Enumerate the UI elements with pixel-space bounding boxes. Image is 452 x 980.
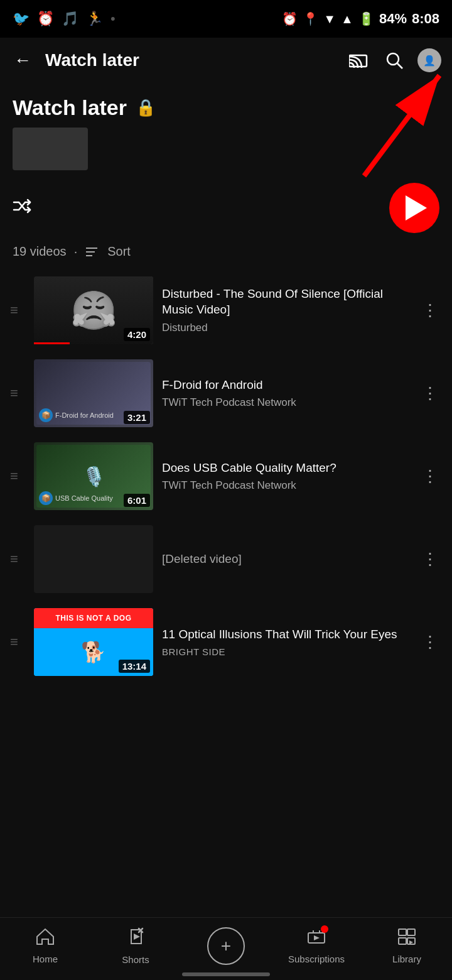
deleted-video-thumbnail [34,525,153,593]
more-options-button[interactable]: ⋮ [418,380,442,407]
video-info: [Deleted video] [162,552,409,566]
music-icon: 🎵 [62,11,78,27]
search-button[interactable] [382,48,407,73]
shuffle-button[interactable] [13,197,35,219]
subscriptions-badge [321,925,328,933]
video-title: F-Droid for Android [162,378,409,393]
more-options-button[interactable]: ⋮ [418,629,442,656]
status-info-right: ⏰ 📍 ▼ ▲ 🔋 84% 8:08 [282,11,439,27]
drag-handle[interactable]: ≡ [10,468,25,484]
page-header: Watch later 🔒 [0,83,452,177]
progress-bar [34,342,70,344]
page-nav-title: Watch later [45,50,336,70]
video-thumbnail-wrap[interactable]: THIS IS NOT A DOG 🐕 13:14 [34,608,153,676]
nav-item-subscriptions[interactable]: Subscriptions [271,928,362,964]
video-info: Does USB Cable Quality Matter? TWiT Tech… [162,460,409,493]
sort-icon [85,245,102,259]
duration-badge: 6:01 [124,494,150,507]
battery-percent: 84% [379,11,407,27]
create-button[interactable]: + [207,927,245,965]
video-item: ≡ THIS IS NOT A DOG 🐕 13:14 11 Optical I… [0,601,452,683]
video-channel: Disturbed [162,322,409,334]
subscriptions-label: Subscriptions [288,954,345,964]
page-title: Watch later [13,95,127,120]
deleted-video-title: [Deleted video] [162,552,409,566]
video-item: ≡ 📦 F-Droid for Android 3:21 F-Droid for… [0,352,452,435]
play-all-button[interactable] [389,183,439,233]
video-info: 11 Optical Illusions That Will Trick You… [162,627,409,657]
video-title: 11 Optical Illusions That Will Trick You… [162,627,409,643]
video-item: ≡ 🎙️ 📦 USB Cable Quality 6:01 Does USB C… [0,435,452,518]
dot-icon: • [110,11,116,27]
drag-handle[interactable]: ≡ [10,385,25,401]
svg-rect-11 [399,929,406,935]
video-thumbnail-wrap[interactable]: 🎙️ 📦 USB Cable Quality 6:01 [34,442,153,510]
video-channel: TWiT Tech Podcast Network [162,479,409,492]
top-nav: ← Watch later 👤 [0,38,452,83]
video-channel: TWiT Tech Podcast Network [162,396,409,409]
sort-button[interactable]: Sort [107,244,131,259]
svg-line-2 [397,63,402,68]
svg-rect-12 [399,938,406,944]
back-button[interactable]: ← [10,48,35,73]
play-triangle-icon [406,195,427,220]
playlist-preview-thumbnail [13,128,88,170]
video-count: 19 videos [13,244,67,259]
bottom-nav: Home Shorts + [0,917,452,980]
video-thumbnail-wrap[interactable]: 📦 F-Droid for Android 3:21 [34,359,153,427]
nav-item-library[interactable]: Library [362,928,452,964]
video-list: ≡ 😤 4:20 Disturbed - The Sound Of Silenc… [0,264,452,689]
signal-icon: ▲ [341,12,353,26]
drag-handle[interactable]: ≡ [10,302,25,318]
drag-handle[interactable]: ≡ [10,634,25,650]
library-label: Library [392,954,421,964]
nav-item-home[interactable]: Home [0,928,90,964]
library-icon [397,928,416,950]
video-title: Does USB Cable Quality Matter? [162,460,409,476]
wifi-icon: ▼ [323,12,336,26]
more-options-button[interactable]: ⋮ [418,546,442,573]
twitter-icon: 🐦 [13,11,30,27]
duration-badge: 3:21 [124,411,150,424]
lock-icon: 🔒 [136,98,156,117]
alarm-icon: ⏰ [37,11,54,27]
video-thumbnail-wrap[interactable]: 😤 4:20 [34,276,153,344]
deleted-video-item: ≡ [Deleted video] ⋮ [0,518,452,601]
home-label: Home [33,954,58,964]
video-item: ≡ 😤 4:20 Disturbed - The Sound Of Silenc… [0,269,452,352]
dog-thumb-top-text: THIS IS NOT A DOG [34,608,153,628]
video-channel: BRIGHT SIDE [162,646,409,657]
home-indicator [182,972,270,976]
sort-row: 19 videos · Sort [0,239,452,264]
cast-button[interactable] [347,48,372,73]
more-button[interactable]: 👤 [417,48,442,73]
battery-icon: 🔋 [358,11,374,26]
status-icons-left: 🐦 ⏰ 🎵 🏃 • [13,11,116,27]
user-avatar: 👤 [417,48,441,72]
drag-handle[interactable]: ≡ [10,551,25,567]
video-info: Disturbed - The Sound Of Silence [Offici… [162,286,409,334]
home-icon [36,928,55,950]
more-options-button[interactable]: ⋮ [418,297,442,324]
video-info: F-Droid for Android TWiT Tech Podcast Ne… [162,378,409,410]
subscriptions-icon [307,928,326,950]
plus-icon: + [221,937,231,955]
video-title: Disturbed - The Sound Of Silence [Offici… [162,286,409,317]
svg-point-1 [387,53,399,65]
shorts-label: Shorts [122,954,149,965]
fitness-icon: 🏃 [86,11,103,27]
svg-rect-13 [407,929,415,935]
location-icon: 📍 [303,11,318,26]
more-options-button[interactable]: ⋮ [418,463,442,490]
clock: 8:08 [412,11,439,27]
nav-item-create[interactable]: + [181,927,271,965]
nav-item-shorts[interactable]: Shorts [90,927,181,965]
shorts-icon [126,927,145,950]
alarm-status-icon: ⏰ [282,11,298,26]
controls-row [0,177,452,239]
duration-badge: 13:14 [119,660,150,673]
status-bar: 🐦 ⏰ 🎵 🏃 • ⏰ 📍 ▼ ▲ 🔋 84% 8:08 [0,0,452,38]
duration-badge: 4:20 [124,328,150,341]
